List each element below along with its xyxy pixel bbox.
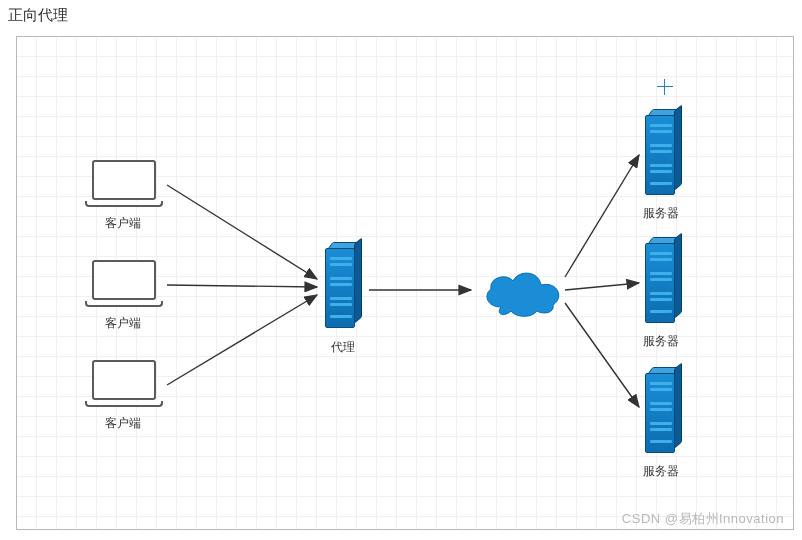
proxy-label: 代理 <box>331 339 355 356</box>
server-label-1: 服务器 <box>643 205 679 222</box>
server-1 <box>645 109 683 197</box>
svg-line-0 <box>167 185 317 279</box>
client-label-1: 客户端 <box>105 215 141 232</box>
svg-line-4 <box>565 155 639 277</box>
cursor-crosshair <box>657 79 673 95</box>
svg-line-5 <box>565 283 639 290</box>
client-laptop-3 <box>85 360 163 410</box>
svg-line-2 <box>167 295 317 385</box>
client-laptop-2 <box>85 260 163 310</box>
client-label-2: 客户端 <box>105 315 141 332</box>
watermark-text: CSDN @易柏州Innovation <box>622 510 784 528</box>
server-label-2: 服务器 <box>643 333 679 350</box>
page-title: 正向代理 <box>8 6 68 25</box>
client-laptop-1 <box>85 160 163 210</box>
client-label-3: 客户端 <box>105 415 141 432</box>
cloud-icon <box>477 263 569 322</box>
server-2 <box>645 237 683 325</box>
proxy-server <box>325 242 363 330</box>
svg-line-1 <box>167 285 317 287</box>
svg-line-6 <box>565 303 639 407</box>
server-3 <box>645 367 683 455</box>
diagram-canvas: 客户端 客户端 客户端 代理 <box>16 36 794 530</box>
server-label-3: 服务器 <box>643 463 679 480</box>
